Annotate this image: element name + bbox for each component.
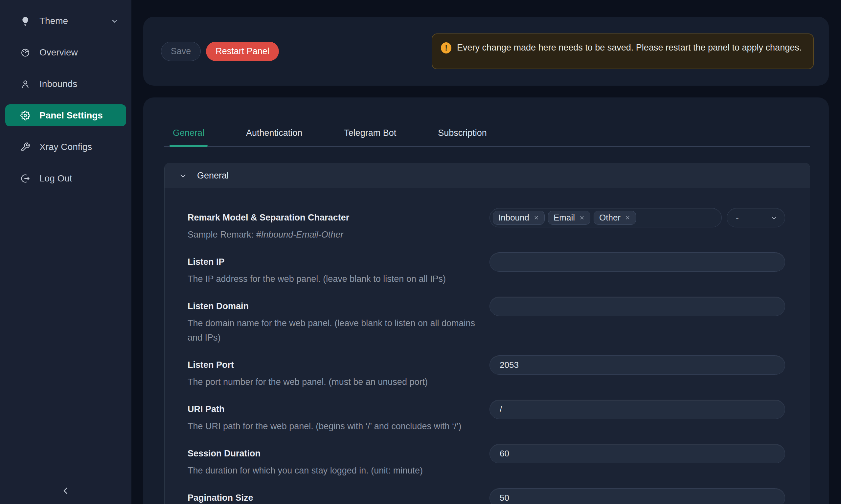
tab-telegram-bot[interactable]: Telegram Bot [344, 128, 396, 146]
form-row-pagination-size: Pagination Size [188, 488, 785, 504]
form-row-listen-domain: Listen Domain The domain name for the we… [188, 296, 785, 345]
lightbulb-icon [20, 16, 30, 26]
gauge-icon [20, 48, 30, 57]
sidebar-item-overview[interactable]: Overview [5, 41, 126, 63]
settings-tabs: General Authentication Telegram Bot Subs… [164, 97, 810, 147]
separator-value: - [736, 213, 739, 223]
sidebar-item-xray-configs[interactable]: Xray Configs [5, 136, 126, 158]
separator-select[interactable]: - [727, 208, 785, 228]
field-label: Session Duration [188, 444, 482, 463]
sidebar-collapse-button[interactable] [0, 485, 132, 498]
warning-icon: ! [441, 42, 451, 53]
save-button[interactable]: Save [161, 42, 201, 61]
form-row-listen-port: Listen Port The port number for the web … [188, 355, 785, 389]
sidebar-item-log-out[interactable]: Log Out [5, 167, 126, 189]
tab-subscription[interactable]: Subscription [438, 128, 487, 146]
tag-chip: Other [594, 211, 636, 225]
field-label: Remark Model & Separation Character [188, 208, 482, 228]
toolbar-card: Save Restart Panel ! Every change made h… [143, 17, 829, 86]
user-icon [20, 79, 30, 89]
sidebar-item-label: Theme [39, 16, 68, 26]
field-description: The URI path for the web panel. (begins … [188, 419, 482, 433]
field-description: The domain name for the web panel. (leav… [188, 316, 482, 345]
general-collapse-header[interactable]: General [165, 163, 810, 188]
sidebar-item-inbounds[interactable]: Inbounds [5, 73, 126, 95]
listen-ip-input[interactable] [490, 252, 785, 272]
chevron-down-icon [110, 17, 119, 25]
sidebar-item-label: Overview [39, 47, 78, 58]
field-label: Pagination Size [188, 488, 482, 504]
sidebar-item-label: Xray Configs [39, 142, 92, 152]
general-form: Remark Model & Separation Character Samp… [165, 188, 810, 504]
main-content: Save Restart Panel ! Every change made h… [132, 0, 841, 504]
sidebar-item-label: Inbounds [39, 79, 77, 89]
pagination-size-input[interactable] [490, 488, 785, 504]
tag-chip: Email [548, 211, 590, 225]
logout-icon [20, 174, 30, 183]
alert-text: Every change made here needs to be saved… [457, 40, 802, 55]
sidebar-item-theme[interactable]: Theme [5, 10, 126, 32]
form-row-uri-path: URI Path The URI path for the web panel.… [188, 400, 785, 433]
wrench-icon [20, 142, 30, 152]
field-description: The port number for the web panel. (must… [188, 375, 482, 389]
general-collapse-panel: General Remark Model & Separation Charac… [164, 163, 810, 504]
field-label: Listen Domain [188, 296, 482, 316]
session-duration-input[interactable] [490, 444, 785, 463]
close-icon[interactable] [533, 215, 539, 220]
settings-card: General Authentication Telegram Bot Subs… [143, 97, 829, 504]
section-title: General [197, 170, 229, 181]
field-label: Listen Port [188, 355, 482, 375]
listen-domain-input[interactable] [490, 296, 785, 316]
chevron-left-icon [60, 485, 71, 498]
restart-panel-button[interactable]: Restart Panel [206, 42, 279, 61]
field-description: The duration for which you can stay logg… [188, 463, 482, 478]
form-row-remark-model: Remark Model & Separation Character Samp… [188, 208, 785, 242]
uri-path-input[interactable] [490, 400, 785, 419]
field-description: Sample Remark: #Inbound-Email-Other [188, 228, 482, 242]
sidebar-item-panel-settings[interactable]: Panel Settings [5, 104, 126, 126]
close-icon[interactable] [579, 215, 585, 220]
restart-warning-alert: ! Every change made here needs to be sav… [432, 34, 814, 69]
remark-model-tag-select[interactable]: Inbound Email Other [490, 208, 722, 228]
tag-chip: Inbound [493, 211, 545, 225]
chevron-down-icon [179, 172, 187, 180]
tab-authentication[interactable]: Authentication [246, 128, 302, 146]
field-description: The IP address for the web panel. (leave… [188, 272, 482, 286]
field-label: URI Path [188, 400, 482, 419]
form-row-session-duration: Session Duration The duration for which … [188, 444, 785, 478]
tab-general[interactable]: General [173, 128, 204, 146]
sidebar: Theme Overview Inbounds Panel Settings [0, 0, 132, 504]
sidebar-item-label: Log Out [39, 173, 72, 184]
form-row-listen-ip: Listen IP The IP address for the web pan… [188, 252, 785, 286]
gear-icon [20, 111, 30, 121]
chevron-down-icon [770, 214, 777, 221]
listen-port-input[interactable] [490, 355, 785, 375]
close-icon[interactable] [625, 215, 631, 220]
sidebar-item-label: Panel Settings [39, 110, 103, 121]
field-label: Listen IP [188, 252, 482, 272]
